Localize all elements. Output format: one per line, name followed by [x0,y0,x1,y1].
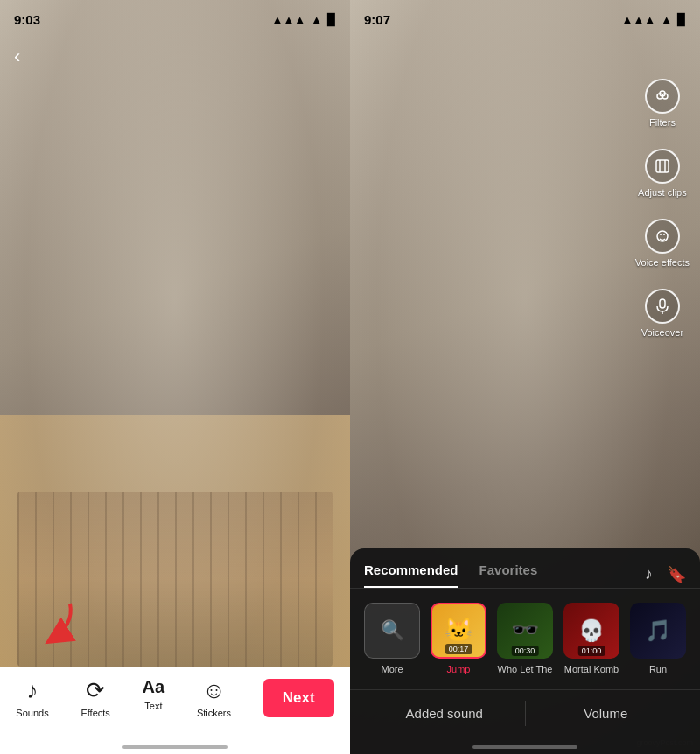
svg-rect-9 [660,299,665,308]
wifi-icon-left: ▲ [311,13,322,26]
sound-duration-mortal: 01:00 [578,646,606,656]
battery-icon-right: ▉ [677,13,686,26]
filters-label: Filters [649,117,676,128]
signal-icon-left: ▲▲▲ [272,13,306,26]
sound-thumb-jump: 🐱 00:17 [430,603,486,659]
voice-effects-label: Voice effects [635,257,690,268]
voiceover-icon [645,289,680,324]
time-right: 9:07 [364,12,390,27]
toolbar-item-sounds[interactable]: ♪ Sounds [16,677,48,718]
filters-icon [645,79,680,114]
status-bar-right: 9:07 ▲▲▲ ▲ ▉ [350,0,700,38]
music-search-icon[interactable]: ♪ [645,565,653,584]
right-panel: 9:07 ▲▲▲ ▲ ▉ Filters [350,0,700,754]
status-icons-left: ▲▲▲ ▲ ▉ [272,13,336,26]
sound-tabs: Recommended Favorites ♪ 🔖 [350,548,700,589]
sound-name-more: More [381,664,402,675]
sound-thumb-mortal: 💀 01:00 [564,603,620,659]
next-button[interactable]: Next [263,679,334,717]
sound-name-jump: Jump [447,664,471,675]
adjust-clips-icon [645,149,680,184]
sound-list: 🔍 More 🐱 00:17 Jump 🕶️ 00:30 Who Let The [350,589,700,689]
effects-label: Effects [80,708,109,718]
left-panel: 9:03 ▲▲▲ ▲ ▉ ‹ ♪ Sounds ⟳ Effects [0,0,350,754]
side-icon-voiceover[interactable]: Voiceover [635,289,690,338]
sound-thumb-who-let: 🕶️ 00:30 [497,603,553,659]
sound-name-who-let: Who Let The [498,664,553,675]
arrow-indicator [26,595,79,651]
jump-emoji: 🐱 [444,617,472,644]
battery-icon-left: ▉ [327,13,336,26]
sound-thumb-more: 🔍 [364,603,420,659]
toolbar-item-effects[interactable]: ⟳ Effects [80,677,109,718]
sounds-label: Sounds [16,708,48,718]
who-let-emoji: 🕶️ [511,617,539,644]
sound-item-run[interactable]: 🎵 Run [630,603,686,675]
sound-item-jump[interactable]: 🐱 00:17 Jump [430,603,486,675]
svg-point-7 [660,234,662,235]
search-icon: 🔍 [381,619,404,642]
signal-icon-right: ▲▲▲ [622,13,656,26]
adjust-clips-label: Adjust clips [638,187,687,198]
bookmark-icon[interactable]: 🔖 [667,565,686,584]
svg-rect-3 [656,160,668,172]
sound-thumb-run: 🎵 [630,603,686,659]
sound-tab-icons: ♪ 🔖 [645,565,686,584]
toolbar-item-text[interactable]: Aa Text [143,677,165,711]
sound-item-mortal-kombat[interactable]: 💀 01:00 Mortal Komb [564,603,620,675]
tab-favorites[interactable]: Favorites [480,562,538,588]
home-indicator-right [472,745,578,749]
sound-item-who-let-the[interactable]: 🕶️ 00:30 Who Let The [497,603,553,675]
mortal-emoji: 💀 [578,618,605,643]
side-icon-filters[interactable]: Filters [635,79,690,128]
volume-button[interactable]: Volume [526,701,687,726]
svg-point-8 [663,234,665,235]
sounds-icon: ♪ [27,677,38,704]
toolbar-item-stickers[interactable]: ☺ Stickers [197,677,231,718]
stickers-label: Stickers [197,708,231,718]
status-icons-right: ▲▲▲ ▲ ▉ [622,13,686,26]
side-icon-voice-effects[interactable]: Voice effects [635,219,690,268]
home-indicator-left [122,745,228,749]
bottom-toolbar: ♪ Sounds ⟳ Effects Aa Text ☺ Stickers Ne… [0,667,350,754]
voice-effects-icon [645,219,680,254]
wifi-icon-right: ▲ [661,13,672,26]
added-sound-button[interactable]: Added sound [364,701,525,726]
sound-item-more[interactable]: 🔍 More [364,603,420,675]
status-bar-left: 9:03 ▲▲▲ ▲ ▉ [0,0,350,38]
sound-bottom-bar: Added sound Volume [350,689,700,737]
sound-name-mortal: Mortal Komb [564,664,619,675]
sound-panel: Recommended Favorites ♪ 🔖 🔍 More 🐱 00:17 [350,548,700,754]
side-icons-panel: Filters Adjust clips Voice [635,79,690,338]
tab-recommended[interactable]: Recommended [364,562,458,588]
time-left: 9:03 [14,12,40,27]
voiceover-label: Voiceover [641,327,683,338]
text-label: Text [144,701,162,711]
sound-duration-who-let: 00:30 [512,646,539,656]
text-icon: Aa [143,677,165,697]
sound-name-run: Run [649,664,667,675]
effects-icon: ⟳ [86,677,105,704]
side-icon-adjust-clips[interactable]: Adjust clips [635,149,690,198]
stickers-icon: ☺ [202,677,226,704]
back-button[interactable]: ‹ [14,45,20,68]
run-emoji: 🎵 [645,618,671,643]
sound-duration-jump: 00:17 [445,644,472,654]
